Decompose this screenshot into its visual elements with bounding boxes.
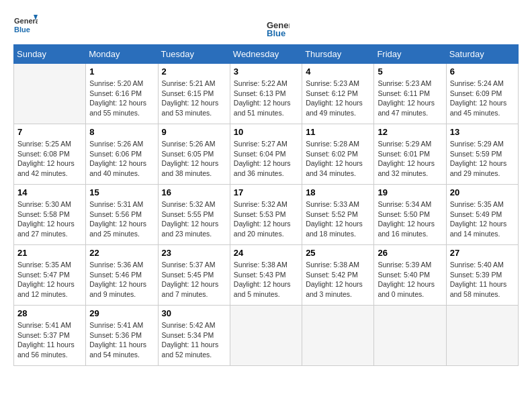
calendar-cell: 19Sunrise: 5:34 AMSunset: 5:50 PMDayligh… <box>374 185 446 245</box>
page-header: General Blue General Blue <box>13 13 519 38</box>
day-info: Sunrise: 5:41 AMSunset: 5:36 PMDaylight:… <box>89 320 154 360</box>
day-info: Sunrise: 5:28 AMSunset: 6:02 PMDaylight:… <box>306 139 370 179</box>
day-info: Sunrise: 5:39 AMSunset: 5:40 PMDaylight:… <box>378 260 442 300</box>
day-number: 29 <box>89 308 154 318</box>
calendar-cell: 2Sunrise: 5:21 AMSunset: 6:15 PMDaylight… <box>158 64 230 124</box>
calendar-cell: 7Sunrise: 5:25 AMSunset: 6:08 PMDaylight… <box>14 124 86 185</box>
day-number: 18 <box>306 187 370 197</box>
day-number: 3 <box>234 66 298 77</box>
day-number: 28 <box>17 308 82 318</box>
day-info: Sunrise: 5:21 AMSunset: 6:15 PMDaylight:… <box>162 79 226 118</box>
calendar-header-row: SundayMondayTuesdayWednesdayThursdayFrid… <box>14 45 519 64</box>
day-number: 7 <box>17 127 82 137</box>
calendar-cell: 24Sunrise: 5:38 AMSunset: 5:43 PMDayligh… <box>230 245 302 306</box>
header-sunday: Sunday <box>14 45 86 64</box>
day-number: 4 <box>306 66 370 77</box>
week-row-1: 1Sunrise: 5:20 AMSunset: 6:16 PMDaylight… <box>14 64 519 124</box>
svg-text:General: General <box>14 17 38 25</box>
calendar-cell <box>302 306 374 366</box>
day-info: Sunrise: 5:23 AMSunset: 6:12 PMDaylight:… <box>306 79 370 118</box>
week-row-4: 21Sunrise: 5:35 AMSunset: 5:47 PMDayligh… <box>14 245 519 306</box>
calendar-cell: 5Sunrise: 5:23 AMSunset: 6:11 PMDaylight… <box>374 64 446 124</box>
day-number: 21 <box>17 248 82 258</box>
calendar-cell: 20Sunrise: 5:35 AMSunset: 5:49 PMDayligh… <box>446 185 518 245</box>
day-info: Sunrise: 5:32 AMSunset: 5:53 PMDaylight:… <box>234 199 298 239</box>
calendar-cell: 28Sunrise: 5:41 AMSunset: 5:37 PMDayligh… <box>14 306 86 366</box>
day-info: Sunrise: 5:29 AMSunset: 6:01 PMDaylight:… <box>378 139 442 179</box>
day-info: Sunrise: 5:22 AMSunset: 6:13 PMDaylight:… <box>234 79 298 118</box>
calendar-cell: 14Sunrise: 5:30 AMSunset: 5:58 PMDayligh… <box>14 185 86 245</box>
calendar-cell: 26Sunrise: 5:39 AMSunset: 5:40 PMDayligh… <box>374 245 446 306</box>
day-number: 15 <box>89 187 154 197</box>
calendar-cell: 9Sunrise: 5:26 AMSunset: 6:05 PMDaylight… <box>158 124 230 185</box>
day-info: Sunrise: 5:26 AMSunset: 6:05 PMDaylight:… <box>162 139 226 179</box>
logo-svg: General Blue <box>13 13 38 38</box>
calendar-table: SundayMondayTuesdayWednesdayThursdayFrid… <box>13 44 519 366</box>
week-row-3: 14Sunrise: 5:30 AMSunset: 5:58 PMDayligh… <box>14 185 519 245</box>
day-number: 1 <box>89 66 154 77</box>
calendar-cell: 29Sunrise: 5:41 AMSunset: 5:36 PMDayligh… <box>86 306 158 366</box>
day-number: 11 <box>306 127 370 137</box>
calendar-cell: 8Sunrise: 5:26 AMSunset: 6:06 PMDaylight… <box>86 124 158 185</box>
day-number: 23 <box>162 248 226 258</box>
day-number: 19 <box>378 187 442 197</box>
day-info: Sunrise: 5:25 AMSunset: 6:08 PMDaylight:… <box>17 139 82 179</box>
day-info: Sunrise: 5:31 AMSunset: 5:56 PMDaylight:… <box>89 199 154 239</box>
day-info: Sunrise: 5:24 AMSunset: 6:09 PMDaylight:… <box>450 79 515 118</box>
day-number: 5 <box>378 66 442 77</box>
day-number: 13 <box>450 127 515 137</box>
calendar-cell: 16Sunrise: 5:32 AMSunset: 5:55 PMDayligh… <box>158 185 230 245</box>
day-info: Sunrise: 5:37 AMSunset: 5:45 PMDaylight:… <box>162 260 226 300</box>
day-info: Sunrise: 5:34 AMSunset: 5:50 PMDaylight:… <box>378 199 442 239</box>
calendar-cell: 27Sunrise: 5:40 AMSunset: 5:39 PMDayligh… <box>446 245 518 306</box>
calendar-cell: 12Sunrise: 5:29 AMSunset: 6:01 PMDayligh… <box>374 124 446 185</box>
day-number: 2 <box>162 66 226 77</box>
day-number: 25 <box>306 248 370 258</box>
day-info: Sunrise: 5:38 AMSunset: 5:42 PMDaylight:… <box>306 260 370 300</box>
day-number: 30 <box>162 308 226 318</box>
day-number: 20 <box>450 187 515 197</box>
calendar-cell: 18Sunrise: 5:33 AMSunset: 5:52 PMDayligh… <box>302 185 374 245</box>
day-info: Sunrise: 5:35 AMSunset: 5:49 PMDaylight:… <box>450 199 515 239</box>
week-row-5: 28Sunrise: 5:41 AMSunset: 5:37 PMDayligh… <box>14 306 519 366</box>
day-number: 6 <box>450 66 515 77</box>
calendar-cell <box>446 306 518 366</box>
header-monday: Monday <box>86 45 158 64</box>
header-saturday: Saturday <box>446 45 518 64</box>
calendar-cell: 15Sunrise: 5:31 AMSunset: 5:56 PMDayligh… <box>86 185 158 245</box>
header-friday: Friday <box>374 45 446 64</box>
day-info: Sunrise: 5:27 AMSunset: 6:04 PMDaylight:… <box>234 139 298 179</box>
calendar-cell: 10Sunrise: 5:27 AMSunset: 6:04 PMDayligh… <box>230 124 302 185</box>
logo: General Blue <box>13 13 38 38</box>
calendar-cell: 25Sunrise: 5:38 AMSunset: 5:42 PMDayligh… <box>302 245 374 306</box>
day-number: 17 <box>234 187 298 197</box>
day-number: 22 <box>89 248 154 258</box>
day-info: Sunrise: 5:42 AMSunset: 5:34 PMDaylight:… <box>162 320 226 360</box>
day-info: Sunrise: 5:38 AMSunset: 5:43 PMDaylight:… <box>234 260 298 300</box>
day-number: 9 <box>162 127 226 137</box>
day-info: Sunrise: 5:32 AMSunset: 5:55 PMDaylight:… <box>162 199 226 239</box>
day-number: 12 <box>378 127 442 137</box>
day-number: 26 <box>378 248 442 258</box>
day-info: Sunrise: 5:36 AMSunset: 5:46 PMDaylight:… <box>89 260 154 300</box>
calendar-cell: 23Sunrise: 5:37 AMSunset: 5:45 PMDayligh… <box>158 245 230 306</box>
day-number: 16 <box>162 187 226 197</box>
day-info: Sunrise: 5:35 AMSunset: 5:47 PMDaylight:… <box>17 260 82 300</box>
header-wednesday: Wednesday <box>230 45 302 64</box>
svg-text:Blue: Blue <box>267 28 285 36</box>
calendar-cell: 11Sunrise: 5:28 AMSunset: 6:02 PMDayligh… <box>302 124 374 185</box>
calendar-cell: 22Sunrise: 5:36 AMSunset: 5:46 PMDayligh… <box>86 245 158 306</box>
day-info: Sunrise: 5:40 AMSunset: 5:39 PMDaylight:… <box>450 260 515 300</box>
calendar-cell: 21Sunrise: 5:35 AMSunset: 5:47 PMDayligh… <box>14 245 86 306</box>
day-info: Sunrise: 5:20 AMSunset: 6:16 PMDaylight:… <box>89 79 154 118</box>
calendar-cell <box>230 306 302 366</box>
day-number: 27 <box>450 248 515 258</box>
calendar-cell <box>14 64 86 124</box>
header-tuesday: Tuesday <box>158 45 230 64</box>
day-info: Sunrise: 5:33 AMSunset: 5:52 PMDaylight:… <box>306 199 370 239</box>
day-info: Sunrise: 5:26 AMSunset: 6:06 PMDaylight:… <box>89 139 154 179</box>
day-info: Sunrise: 5:23 AMSunset: 6:11 PMDaylight:… <box>378 79 442 118</box>
calendar-cell: 6Sunrise: 5:24 AMSunset: 6:09 PMDaylight… <box>446 64 518 124</box>
day-info: Sunrise: 5:41 AMSunset: 5:37 PMDaylight:… <box>17 320 82 360</box>
day-info: Sunrise: 5:29 AMSunset: 5:59 PMDaylight:… <box>450 139 515 179</box>
